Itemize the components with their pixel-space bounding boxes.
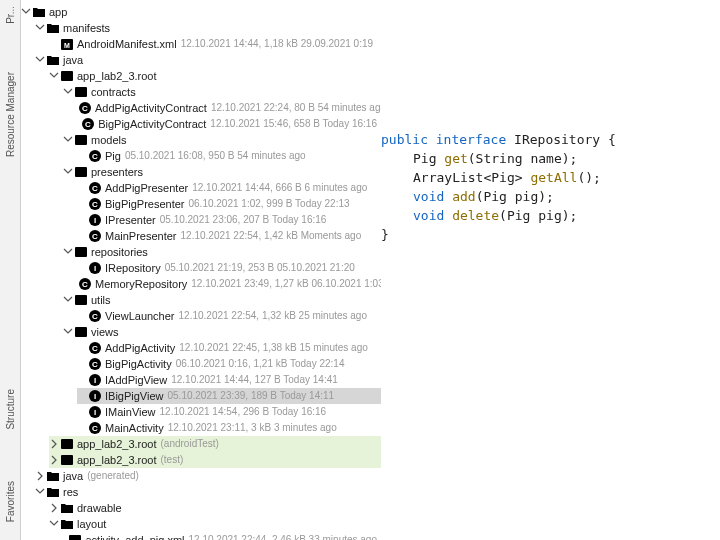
chevron-down-icon[interactable]	[35, 23, 45, 33]
editor[interactable]: public interface IRepository { Pig get(S…	[381, 0, 720, 540]
file-mainactivity[interactable]: MainActivity12.10.2021 23:11, 3 kB 3 min…	[77, 420, 381, 436]
node-utils[interactable]: utils	[63, 292, 381, 308]
chevron-down-icon[interactable]	[35, 487, 45, 497]
chevron-right-icon[interactable]	[49, 455, 59, 465]
package-icon	[74, 293, 88, 307]
class-icon	[88, 357, 102, 371]
chevron-down-icon[interactable]	[63, 295, 73, 305]
chevron-right-icon[interactable]	[49, 503, 59, 513]
file-meta: 12.10.2021 22:45, 1,38 kB 15 minutes ago	[179, 340, 367, 356]
chevron-down-icon[interactable]	[63, 327, 73, 337]
node-label: app_lab2_3.root	[77, 68, 157, 84]
class-icon	[88, 421, 102, 435]
node-presenters[interactable]: presenters	[63, 164, 381, 180]
file-imainview[interactable]: IMainView12.10.2021 14:54, 296 B Today 1…	[77, 404, 381, 420]
file-meta: 12.10.2021 22:44, 2,46 kB 33 minutes ago	[189, 532, 377, 540]
node-label: utils	[91, 292, 111, 308]
project-tree[interactable]: app manifests AndroidManifest.xml 12.10.…	[21, 0, 381, 540]
file-addpigpresenter[interactable]: AddPigPresenter12.10.2021 14:44, 666 B 6…	[77, 180, 381, 196]
node-app[interactable]: app	[21, 4, 381, 20]
file-meta: 12.10.2021 23:11, 3 kB 3 minutes ago	[168, 420, 337, 436]
node-label: app_lab2_3.root	[77, 436, 157, 452]
node-root-pkg[interactable]: app_lab2_3.root	[49, 68, 381, 84]
chevron-right-icon[interactable]	[49, 439, 59, 449]
favorites-tab[interactable]: Favorites	[3, 475, 18, 528]
file-meta: 05.10.2021 16:08, 950 B 54 minutes ago	[125, 148, 306, 164]
file-addpigactivity[interactable]: AddPigActivity12.10.2021 22:45, 1,38 kB …	[77, 340, 381, 356]
node-label: java	[63, 52, 83, 68]
file-iaddpigview[interactable]: IAddPigView12.10.2021 14:44, 127 B Today…	[77, 372, 381, 388]
class-icon	[88, 181, 102, 195]
file-bigpigcontract[interactable]: BigPigActivityContract12.10.2021 15:46, …	[77, 116, 381, 132]
node-label: app_lab2_3.root	[77, 452, 157, 468]
node-label: app	[49, 4, 67, 20]
node-java[interactable]: java	[35, 52, 381, 68]
node-label: layout	[77, 516, 106, 532]
package-icon	[60, 453, 74, 467]
node-label: java	[63, 468, 83, 484]
node-repositories[interactable]: repositories	[63, 244, 381, 260]
chevron-down-icon[interactable]	[49, 71, 59, 81]
file-addpigcontract[interactable]: AddPigActivityContract12.10.2021 22:24, …	[77, 100, 381, 116]
node-views[interactable]: views	[63, 324, 381, 340]
node-label: IAddPigView	[105, 372, 167, 388]
interface-icon	[88, 213, 102, 227]
node-label: BigPigPresenter	[105, 196, 185, 212]
class-icon	[81, 117, 95, 131]
file-meta: 12.10.2021 15:46, 658 B Today 16:16	[210, 116, 377, 132]
file-bigpigactivity[interactable]: BigPigActivity06.10.2021 0:16, 1,21 kB T…	[77, 356, 381, 372]
file-mainpresenter[interactable]: MainPresenter12.10.2021 22:54, 1,42 kB M…	[77, 228, 381, 244]
file-bigpigpresenter[interactable]: BigPigPresenter06.10.2021 1:02, 999 B To…	[77, 196, 381, 212]
class-icon	[78, 101, 92, 115]
package-icon	[74, 133, 88, 147]
node-models[interactable]: models	[63, 132, 381, 148]
node-drawable[interactable]: drawable	[49, 500, 381, 516]
node-label: MainPresenter	[105, 228, 177, 244]
folder-icon	[46, 469, 60, 483]
file-ipresenter[interactable]: IPresenter05.10.2021 23:06, 207 B Today …	[77, 212, 381, 228]
structure-tab[interactable]: Structure	[3, 383, 18, 436]
package-icon	[74, 325, 88, 339]
node-label: IRepository	[105, 260, 161, 276]
package-icon	[60, 437, 74, 451]
node-label: IMainView	[105, 404, 156, 420]
chevron-down-icon[interactable]	[63, 167, 73, 177]
file-android-manifest[interactable]: AndroidManifest.xml 12.10.2021 14:44, 1,…	[49, 36, 381, 52]
file-activity-add-pig[interactable]: activity_add_pig.xml12.10.2021 22:44, 2,…	[63, 532, 381, 540]
node-label: manifests	[63, 20, 110, 36]
node-label: views	[91, 324, 119, 340]
node-contracts[interactable]: contracts	[63, 84, 381, 100]
node-label: MemoryRepository	[95, 276, 187, 292]
code-line: }	[381, 225, 710, 244]
node-java-gen[interactable]: java (generated)	[35, 468, 381, 484]
chevron-down-icon[interactable]	[21, 7, 31, 17]
chevron-down-icon[interactable]	[63, 135, 73, 145]
chevron-down-icon[interactable]	[63, 87, 73, 97]
folder-icon	[60, 517, 74, 531]
node-label: activity_add_pig.xml	[85, 532, 184, 540]
node-res[interactable]: res	[35, 484, 381, 500]
resource-manager-tab[interactable]: Resource Manager	[3, 66, 18, 163]
tool-window-tabs: Pr... Resource Manager Structure Favorit…	[0, 0, 21, 540]
node-label: IBigPigView	[105, 388, 164, 404]
file-meta: 12.10.2021 23:49, 1,27 kB 06.10.2021 1:0…	[191, 276, 381, 292]
file-viewlauncher[interactable]: ViewLauncher12.10.2021 22:54, 1,32 kB 25…	[77, 308, 381, 324]
file-ibigpigview[interactable]: IBigPigView05.10.2021 23:39, 189 B Today…	[77, 388, 381, 404]
file-irepository[interactable]: IRepository05.10.2021 21:19, 253 B 05.10…	[77, 260, 381, 276]
class-icon	[88, 149, 102, 163]
file-meta: 12.10.2021 22:24, 80 B 54 minutes ago	[211, 100, 381, 116]
chevron-down-icon[interactable]	[35, 55, 45, 65]
file-memoryrepo[interactable]: MemoryRepository12.10.2021 23:49, 1,27 k…	[77, 276, 381, 292]
node-root-test[interactable]: app_lab2_3.root (test)	[49, 452, 381, 468]
chevron-down-icon[interactable]	[63, 247, 73, 257]
node-manifests[interactable]: manifests	[35, 20, 381, 36]
file-meta: 06.10.2021 1:02, 999 B Today 22:13	[189, 196, 350, 212]
chevron-right-icon[interactable]	[35, 471, 45, 481]
package-icon	[74, 165, 88, 179]
file-pig[interactable]: Pig05.10.2021 16:08, 950 B 54 minutes ag…	[77, 148, 381, 164]
node-layout[interactable]: layout	[49, 516, 381, 532]
chevron-down-icon[interactable]	[49, 519, 59, 529]
code-line: ArrayList<Pig> getAll();	[381, 168, 710, 187]
project-tab[interactable]: Pr...	[3, 4, 18, 26]
node-root-androidtest[interactable]: app_lab2_3.root (androidTest)	[49, 436, 381, 452]
